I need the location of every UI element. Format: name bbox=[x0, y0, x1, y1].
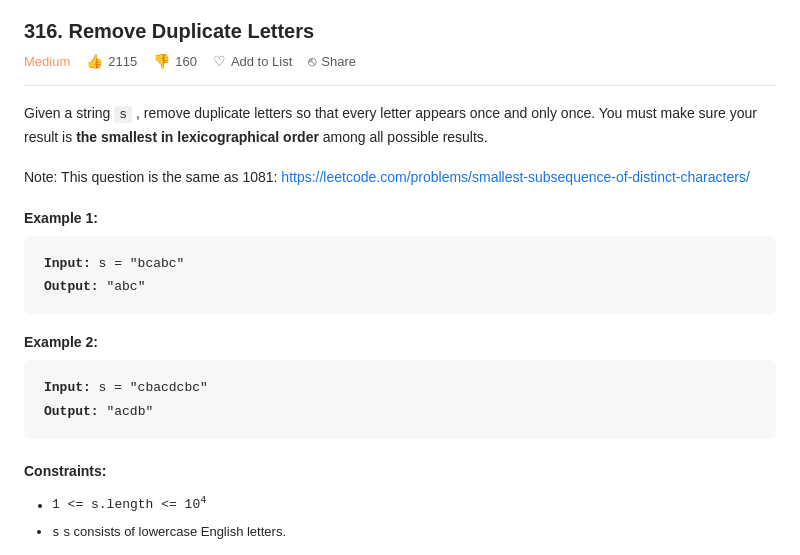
input-label-2: Input: bbox=[44, 380, 99, 395]
thumbs-down-icon: 👎 bbox=[153, 53, 170, 69]
example2-block: Input: s = "cbacdcbc" Output: "acdb" bbox=[24, 360, 776, 439]
constraints-list: 1 <= s.length <= 104 s s consists of low… bbox=[24, 491, 776, 544]
example1-output-value: "abc" bbox=[106, 279, 145, 294]
note-link[interactable]: https://leetcode.com/problems/smallest-s… bbox=[281, 169, 749, 185]
likes-count: 2115 bbox=[108, 54, 137, 69]
share-icon: ⎋ bbox=[308, 53, 316, 69]
example1-title: Example 1: bbox=[24, 210, 776, 226]
inline-code-s: s bbox=[114, 106, 132, 123]
problem-title: 316. Remove Duplicate Letters bbox=[24, 20, 776, 43]
example2-title: Example 2: bbox=[24, 334, 776, 350]
constraint-s-code: s bbox=[52, 524, 60, 539]
likes-button[interactable]: 👍 2115 bbox=[86, 53, 137, 69]
share-button[interactable]: ⎋ Share bbox=[308, 53, 356, 69]
example2-input-line: Input: s = "cbacdcbc" bbox=[44, 376, 756, 399]
example2-input-value: s = "cbacdcbc" bbox=[99, 380, 208, 395]
meta-row: Medium 👍 2115 👎 160 ♡ Add to List ⎋ Shar… bbox=[24, 53, 776, 86]
share-label: Share bbox=[321, 54, 356, 69]
example1-input-line: Input: s = "bcabc" bbox=[44, 252, 756, 275]
difficulty-badge: Medium bbox=[24, 54, 70, 69]
constraint-1: 1 <= s.length <= 104 bbox=[52, 491, 776, 518]
example1-block: Input: s = "bcabc" Output: "abc" bbox=[24, 236, 776, 315]
problem-note: Note: This question is the same as 1081:… bbox=[24, 166, 776, 190]
input-label: Input: bbox=[44, 256, 99, 271]
example1-output-line: Output: "abc" bbox=[44, 275, 756, 298]
example1-input-value: s = "bcabc" bbox=[99, 256, 185, 271]
thumbs-up-icon: 👍 bbox=[86, 53, 103, 69]
add-to-list-button[interactable]: ♡ Add to List bbox=[213, 53, 292, 69]
add-to-list-label: Add to List bbox=[231, 54, 292, 69]
output-label: Output: bbox=[44, 279, 106, 294]
example2-output-value: "acdb" bbox=[106, 404, 153, 419]
constraint-2: s s consists of lowercase English letter… bbox=[52, 519, 776, 545]
problem-description: Given a string s , remove duplicate lett… bbox=[24, 102, 776, 150]
heart-icon: ♡ bbox=[213, 53, 226, 69]
example2-output-line: Output: "acdb" bbox=[44, 400, 756, 423]
example1-section: Example 1: Input: s = "bcabc" Output: "a… bbox=[24, 210, 776, 315]
dislikes-count: 160 bbox=[175, 54, 197, 69]
output-label-2: Output: bbox=[44, 404, 106, 419]
example2-section: Example 2: Input: s = "cbacdcbc" Output:… bbox=[24, 334, 776, 439]
dislikes-button[interactable]: 👎 160 bbox=[153, 53, 197, 69]
constraints-title: Constraints: bbox=[24, 463, 776, 479]
